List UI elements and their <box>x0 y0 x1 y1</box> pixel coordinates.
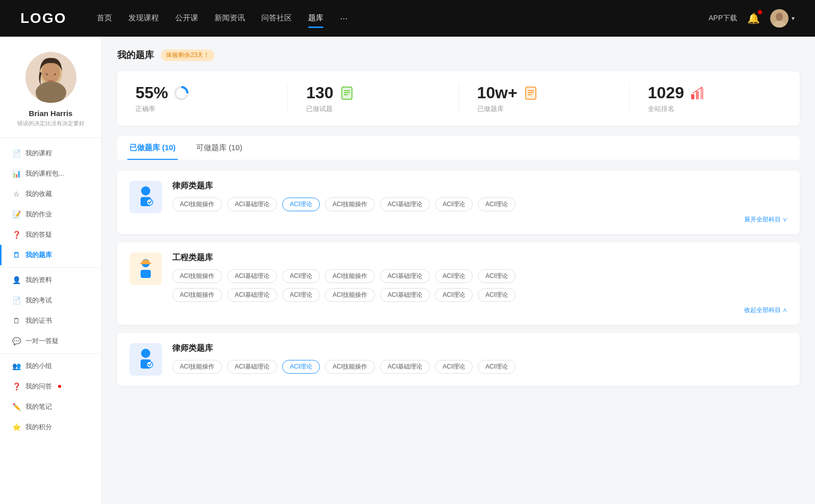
sidebar-item-points[interactable]: ⭐ 我的积分 <box>0 417 101 437</box>
notes-icon: ✏️ <box>12 403 20 411</box>
nav-home[interactable]: 首页 <box>97 13 112 24</box>
chart-red-icon <box>689 85 705 101</box>
nav-qbank[interactable]: 题库 <box>308 13 323 24</box>
qbank-card-2-header: 工程类题库 ACI技能操作 ACI基础理论 ACI理论 ACI技能操作 ACI基… <box>129 253 787 315</box>
accuracy-donut-icon <box>173 85 189 101</box>
tag-1-6[interactable]: ACI理论 <box>478 269 515 283</box>
tag-0-3[interactable]: ACI技能操作 <box>325 198 375 211</box>
tag-1-5[interactable]: ACI理论 <box>435 269 473 283</box>
tag-0-0[interactable]: ACI技能操作 <box>172 198 222 211</box>
tag-1-3[interactable]: ACI技能操作 <box>325 269 375 283</box>
expand-link-0[interactable]: 展开全部科目 ∨ <box>172 215 787 224</box>
tag-2-0[interactable]: ACI技能操作 <box>172 360 222 374</box>
qbank-card-engineer: 工程类题库 ACI技能操作 ACI基础理论 ACI理论 ACI技能操作 ACI基… <box>117 242 800 325</box>
stat-accuracy: 55% 正确率 <box>117 83 288 114</box>
svg-rect-16 <box>526 87 536 99</box>
tab-available-banks[interactable]: 可做题库 (10) <box>194 136 244 160</box>
svg-point-1 <box>776 13 783 21</box>
sidebar-item-course[interactable]: 📄 我的课程 <box>0 143 101 163</box>
trial-badge: 体验剩余23天！ <box>161 49 214 61</box>
tag-2-2[interactable]: ACI理论 <box>282 360 320 374</box>
stat-ranking-label: 全站排名 <box>648 104 674 114</box>
tab-done-banks[interactable]: 已做题库 (10) <box>127 136 178 160</box>
nav-opencourse[interactable]: 公开课 <box>175 13 198 24</box>
sidebar-item-group[interactable]: 👥 我的小组 <box>0 356 101 376</box>
course-pkg-icon: 📊 <box>12 170 20 178</box>
tabs-row: 已做题库 (10) 可做题库 (10) <box>117 136 800 160</box>
tag-1-8[interactable]: ACI基础理论 <box>227 288 277 302</box>
sidebar-item-tutor[interactable]: 💬 一对一答疑 <box>0 331 101 351</box>
cert-icon: 🗒 <box>12 317 20 325</box>
collapse-link-1[interactable]: 收起全部科目 ∧ <box>172 306 787 315</box>
engineer-icon <box>129 253 162 285</box>
main-content: 我的题库 体验剩余23天！ 55% 正确率 130 <box>102 37 815 504</box>
tag-1-10[interactable]: ACI技能操作 <box>325 288 375 302</box>
tag-0-1[interactable]: ACI基础理论 <box>227 198 277 211</box>
stat-accuracy-value: 55% <box>135 83 168 102</box>
stat-done-questions-label: 已做试题 <box>306 104 333 114</box>
nav-more[interactable]: ··· <box>340 13 347 24</box>
qbank-card-2-tags-row1: ACI技能操作 ACI基础理论 ACI理论 ACI技能操作 ACI基础理论 AC… <box>172 269 787 283</box>
sidebar-item-qbank[interactable]: 🗒 我的题库 <box>0 245 101 265</box>
sidebar-item-qa[interactable]: ❓ 我的答疑 <box>0 225 101 245</box>
stat-done-questions-value: 130 <box>306 83 333 102</box>
page-header: 我的题库 体验剩余23天！ <box>117 49 800 61</box>
tag-0-2[interactable]: ACI理论 <box>282 198 320 211</box>
tag-1-4[interactable]: ACI基础理论 <box>380 269 430 283</box>
tag-2-5[interactable]: ACI理论 <box>435 360 473 374</box>
sidebar-item-my-qa[interactable]: ❓ 我的问答 <box>0 376 101 397</box>
page-title: 我的题库 <box>117 49 154 61</box>
sidebar-item-homework[interactable]: 📝 我的作业 <box>0 204 101 225</box>
tag-2-1[interactable]: ACI基础理论 <box>227 360 277 374</box>
tag-2-6[interactable]: ACI理论 <box>478 360 515 374</box>
sidebar-divider-2 <box>0 353 101 354</box>
tag-2-4[interactable]: ACI基础理论 <box>380 360 430 374</box>
sidebar-item-exam[interactable]: 📄 我的考试 <box>0 290 101 311</box>
svg-point-8 <box>54 73 56 75</box>
tag-0-4[interactable]: ACI基础理论 <box>380 198 430 211</box>
svg-point-27 <box>147 199 153 205</box>
tag-1-9[interactable]: ACI理论 <box>282 288 320 302</box>
my-qa-icon: ❓ <box>12 382 20 390</box>
tag-1-12[interactable]: ACI理论 <box>435 288 473 302</box>
nav-news[interactable]: 新闻资讯 <box>214 13 245 24</box>
tag-0-6[interactable]: ACI理论 <box>478 198 515 211</box>
qa-icon: ❓ <box>12 231 20 239</box>
nav-links: 首页 发现课程 公开课 新闻资讯 问答社区 题库 ··· <box>97 13 709 24</box>
svg-point-25 <box>141 186 150 195</box>
tag-1-7[interactable]: ACI技能操作 <box>172 288 222 302</box>
qbank-card-2-body: 工程类题库 ACI技能操作 ACI基础理论 ACI理论 ACI技能操作 ACI基… <box>172 253 787 315</box>
profile-icon: 👤 <box>12 276 20 284</box>
sidebar-item-course-pkg[interactable]: 📊 我的课程包... <box>0 163 101 184</box>
avatar <box>770 9 789 27</box>
stat-ranking-value: 1029 <box>648 83 684 102</box>
sidebar-item-favorites[interactable]: ☆ 我的收藏 <box>0 184 101 204</box>
tag-2-3[interactable]: ACI技能操作 <box>325 360 375 374</box>
user-avatar-menu[interactable]: ▾ <box>770 9 795 27</box>
sidebar-divider-1 <box>0 267 101 268</box>
qbank-card-3-title: 律师类题库 <box>172 343 787 354</box>
nav-discover[interactable]: 发现课程 <box>128 13 159 24</box>
qbank-card-lawyer-1: 律师类题库 ACI技能操作 ACI基础理论 ACI理论 ACI技能操作 ACI基… <box>117 171 800 234</box>
tutor-icon: 💬 <box>12 337 20 345</box>
tag-1-0[interactable]: ACI技能操作 <box>172 269 222 283</box>
sidebar-item-notes[interactable]: ✏️ 我的笔记 <box>0 397 101 417</box>
qbank-card-1-header: 律师类题库 ACI技能操作 ACI基础理论 ACI理论 ACI技能操作 ACI基… <box>129 181 787 224</box>
notification-badge <box>758 10 762 14</box>
svg-point-7 <box>46 73 48 75</box>
tag-1-13[interactable]: ACI理论 <box>478 288 515 302</box>
tag-1-2[interactable]: ACI理论 <box>282 269 320 283</box>
svg-rect-30 <box>141 270 151 278</box>
nav-qa[interactable]: 问答社区 <box>261 13 292 24</box>
qbank-card-3-body: 律师类题库 ACI技能操作 ACI基础理论 ACI理论 ACI技能操作 ACI基… <box>172 343 787 374</box>
sidebar-item-profile[interactable]: 👤 我的资料 <box>0 270 101 290</box>
svg-rect-11 <box>342 87 352 99</box>
tag-0-5[interactable]: ACI理论 <box>435 198 473 211</box>
tag-1-11[interactable]: ACI基础理论 <box>380 288 430 302</box>
svg-point-6 <box>36 81 66 103</box>
app-download-button[interactable]: APP下载 <box>709 14 737 23</box>
tag-1-1[interactable]: ACI基础理论 <box>227 269 277 283</box>
points-icon: ⭐ <box>12 423 20 431</box>
sidebar-item-cert[interactable]: 🗒 我的证书 <box>0 311 101 331</box>
notification-bell[interactable]: 🔔 <box>747 12 760 24</box>
